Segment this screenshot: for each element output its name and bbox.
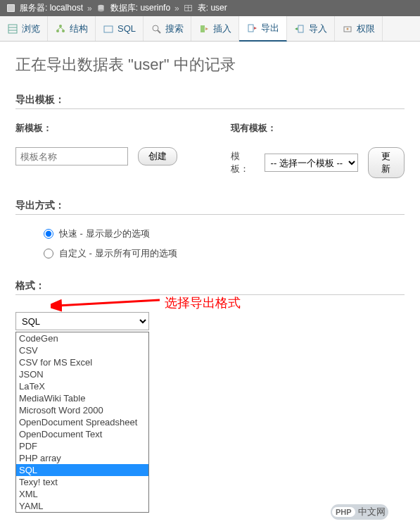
tab-label: 结构 (70, 23, 88, 35)
export-method-radios: 快速 - 显示最少的选项 自定义 - 显示所有可用的选项 (44, 227, 405, 260)
svg-point-12 (62, 30, 65, 32)
format-option[interactable]: XML (16, 488, 148, 500)
format-option[interactable]: Texy! text (16, 476, 148, 488)
format-option[interactable]: CSV for MS Excel (16, 356, 148, 368)
svg-rect-7 (8, 25, 17, 33)
tab-label: 导入 (309, 23, 327, 35)
watermark: PHP 中文网 (331, 504, 388, 520)
tab-label: 导出 (261, 22, 279, 35)
watermark-badge: PHP (332, 507, 355, 517)
sql-icon (103, 23, 114, 35)
svg-line-23 (58, 300, 160, 306)
format-select[interactable]: SQL (15, 312, 149, 330)
tab-label: 权限 (357, 23, 375, 35)
breadcrumb-sep: » (174, 4, 179, 13)
export-template-heading: 导出模板： (15, 94, 405, 109)
tabs: 浏览 结构 SQL 搜索 插入 导出 导入 权限 (0, 16, 420, 42)
page-title: 正在导出数据表 "user" 中的记录 (15, 54, 405, 75)
breadcrumb-sep: » (87, 4, 92, 13)
tab-sql[interactable]: SQL (96, 16, 144, 41)
search-icon (151, 23, 162, 35)
format-option[interactable]: MediaWiki Table (16, 392, 148, 404)
template-field-label: 模板： (231, 150, 255, 175)
format-option[interactable]: Microsoft Word 2000 (16, 404, 148, 416)
tab-search[interactable]: 搜索 (144, 16, 191, 41)
radio-quick-input[interactable] (44, 229, 53, 239)
export-method-heading: 导出方式： (15, 199, 405, 215)
format-dropdown-list[interactable]: CodeGenCSVCSV for MS ExcelJSONLaTeXMedia… (15, 332, 149, 513)
existing-template-col: 现有模板： 模板： -- 选择一个模板 -- 更新 (231, 122, 405, 178)
content-area: 正在导出数据表 "user" 中的记录 导出模板： 新模板： 创建 现有模板： … (0, 42, 420, 525)
radio-label: 自定义 - 显示所有可用的选项 (59, 247, 177, 260)
format-option[interactable]: JSON (16, 368, 148, 380)
export-icon (246, 23, 257, 34)
breadcrumb-server[interactable]: 服务器: localhost (20, 2, 83, 14)
radio-quick[interactable]: 快速 - 显示最少的选项 (44, 227, 405, 240)
tab-browse[interactable]: 浏览 (0, 16, 48, 41)
format-option[interactable]: SQL (16, 464, 148, 476)
watermark-text: 中文网 (358, 506, 386, 518)
privileges-icon (342, 23, 353, 35)
svg-point-11 (56, 30, 59, 32)
tab-import[interactable]: 导入 (287, 16, 335, 41)
format-heading: 格式： (15, 280, 45, 291)
format-option[interactable]: CodeGen (16, 332, 148, 344)
svg-rect-15 (104, 26, 113, 32)
tab-privileges[interactable]: 权限 (335, 16, 383, 41)
format-option[interactable]: PDF (16, 440, 148, 452)
svg-point-22 (347, 27, 349, 30)
tab-label: 浏览 (22, 23, 40, 35)
database-icon (96, 4, 106, 13)
radio-custom-input[interactable] (44, 249, 53, 258)
svg-point-16 (153, 25, 158, 31)
existing-template-label: 现有模板： (231, 122, 405, 135)
insert-icon (198, 23, 210, 35)
tab-label: SQL (117, 23, 136, 34)
import-icon (294, 23, 305, 35)
format-option[interactable]: OpenDocument Text (16, 428, 148, 440)
breadcrumb-table[interactable]: 表: user (198, 2, 227, 14)
svg-rect-0 (7, 5, 14, 12)
table-icon (184, 4, 193, 13)
svg-point-10 (59, 25, 62, 27)
svg-line-17 (158, 30, 160, 33)
radio-label: 快速 - 显示最少的选项 (59, 227, 150, 240)
create-button[interactable]: 创建 (138, 147, 177, 165)
svg-rect-19 (248, 25, 253, 32)
format-option[interactable]: CSV (16, 344, 148, 356)
breadcrumb-database[interactable]: 数据库: userinfo (110, 2, 170, 14)
annotation-arrow (51, 293, 163, 314)
structure-icon (55, 23, 66, 35)
update-button[interactable]: 更新 (368, 147, 405, 178)
format-option[interactable]: PHP array (16, 452, 148, 464)
template-select[interactable]: -- 选择一个模板 -- (265, 154, 358, 172)
new-template-input[interactable] (15, 147, 128, 165)
breadcrumb: 服务器: localhost » 数据库: userinfo » 表: user (0, 0, 420, 16)
new-template-label: 新模板： (15, 122, 189, 135)
tab-export[interactable]: 导出 (239, 16, 287, 42)
new-template-col: 新模板： 创建 (15, 122, 189, 178)
svg-rect-18 (201, 25, 205, 32)
browse-icon (7, 23, 18, 35)
tab-label: 搜索 (165, 23, 184, 35)
svg-rect-20 (298, 25, 303, 32)
radio-custom[interactable]: 自定义 - 显示所有可用的选项 (44, 247, 405, 260)
server-icon (6, 4, 15, 13)
template-row: 新模板： 创建 现有模板： 模板： -- 选择一个模板 -- 更新 (15, 122, 405, 178)
format-option[interactable]: YAML (16, 500, 148, 512)
svg-point-3 (98, 9, 104, 11)
format-option[interactable]: OpenDocument Spreadsheet (16, 416, 148, 428)
tab-structure[interactable]: 结构 (48, 16, 96, 41)
format-option[interactable]: LaTeX (16, 380, 148, 392)
svg-line-14 (61, 27, 63, 30)
annotation-text: 选择导出格式 (165, 294, 241, 311)
tab-label: 插入 (213, 23, 231, 35)
tab-insert[interactable]: 插入 (191, 16, 239, 41)
svg-line-13 (58, 27, 61, 30)
